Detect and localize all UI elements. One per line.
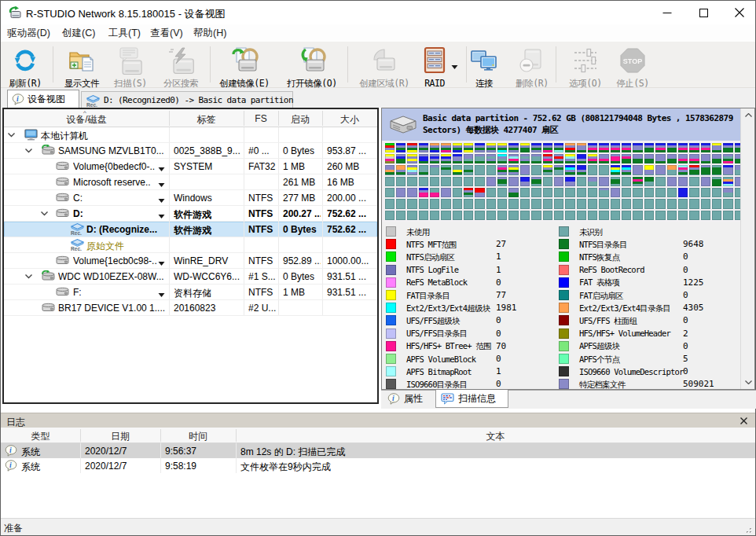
column-separator[interactable] xyxy=(322,111,323,126)
resize-grip[interactable] xyxy=(744,525,752,536)
device-dropdown-arrow[interactable] xyxy=(158,163,165,174)
table-grid-line xyxy=(4,268,377,269)
stop-icon: STOP xyxy=(601,46,664,77)
device-dropdown-arrow[interactable] xyxy=(158,211,165,222)
toolbar-button-create-image[interactable]: 创建镜像(E) xyxy=(213,46,276,90)
toolbar-button-stop[interactable]: STOP 停止(S) xyxy=(601,46,664,90)
menu-item-2[interactable]: 创建(C) xyxy=(62,27,95,40)
menu-item-5[interactable]: 帮助(H) xyxy=(193,27,226,40)
view-tab-label-1: 设备视图 xyxy=(28,93,65,106)
device-row-12[interactable]: BR17 DEVICE V1.00 1....20160823#2 U... xyxy=(4,300,377,316)
toolbar-button-open-image[interactable]: 打开镜像(O) xyxy=(281,46,343,90)
legend-count: 1 xyxy=(496,366,501,376)
log-column-header-2[interactable]: 日期 xyxy=(80,430,160,443)
scan-block xyxy=(464,211,473,220)
tree-expand-chevron-icon[interactable] xyxy=(24,272,34,281)
device-row-1[interactable]: 本地计算机 xyxy=(4,127,377,143)
device-column-header-3[interactable]: FS xyxy=(244,113,278,124)
scan-panel: Basic data partition - 752.62 GB (808121… xyxy=(381,108,755,390)
device-dropdown-arrow[interactable] xyxy=(158,195,165,206)
device-cell-fs: NTFS xyxy=(248,287,277,298)
device-row-10[interactable]: WDC WD10EZEX-08W...WD-WCC6Y6...#1 S...0 … xyxy=(4,269,377,285)
device-dropdown-arrow[interactable] xyxy=(158,179,165,190)
device-row-8[interactable]: Rec. 原始文件 xyxy=(4,237,377,253)
maximize-button[interactable] xyxy=(685,1,721,24)
scan-block xyxy=(385,211,395,220)
legend-label: FAT启动扇区 xyxy=(579,291,622,302)
legend-swatch xyxy=(386,341,396,351)
partition-search-icon xyxy=(149,46,212,77)
scan-block xyxy=(497,177,507,186)
device-column-header-2[interactable]: 标签 xyxy=(169,113,244,127)
device-row-11[interactable]: F:资料存储NTFS1 MB931.51 ... xyxy=(4,285,377,300)
device-row-6[interactable]: D:软件游戏NTFS200.27 ...752.62 ... xyxy=(4,206,377,222)
legend-swatch xyxy=(559,290,569,300)
scan-block xyxy=(644,177,654,186)
column-separator[interactable] xyxy=(244,111,244,126)
device-column-header-1[interactable]: 设备/磁盘 xyxy=(4,113,169,127)
scan-block xyxy=(611,199,620,208)
scan-scrollbar[interactable] xyxy=(740,108,754,389)
device-row-3[interactable]: Volume{0bedecf0-..SYSTEMFAT321 MB260 MB xyxy=(4,159,377,174)
device-row-5[interactable]: C:WindowsNTFS277 MB200.00 ... xyxy=(4,190,377,206)
scan-header: Basic data partition - 752.62 GB (808121… xyxy=(382,108,740,141)
view-tab-1[interactable]: i 设备视图 xyxy=(7,90,79,108)
scan-block xyxy=(565,199,574,208)
legend-item-left-8: UFS/FFS超级块0 xyxy=(386,315,559,326)
disk-icon xyxy=(56,192,69,204)
log-row-2[interactable]: i 系统2020/12/79:58:19文件枚举在9秒内完成 xyxy=(1,458,755,473)
menu-item-3[interactable]: 工具(T) xyxy=(108,27,141,40)
log-column-header-1[interactable]: 类型 xyxy=(1,430,80,443)
device-row-2[interactable]: SAMSUNG MZVLB1T0...0025_388B_9...#0 ...0… xyxy=(4,143,377,159)
scan-block xyxy=(464,143,473,152)
scan-block xyxy=(712,143,721,152)
device-row-7[interactable]: Rec. D: (Recognize...软件游戏NTFS0 Bytes752.… xyxy=(4,222,377,237)
legend-count: 9648 xyxy=(683,239,704,249)
column-separator[interactable] xyxy=(169,111,170,126)
log-column-header-3[interactable]: 时间 xyxy=(160,430,236,443)
legend-label: 未识别 xyxy=(579,227,602,238)
legend-count: 0 xyxy=(683,290,688,300)
device-cell-fs: FAT32 xyxy=(248,161,277,172)
column-separator[interactable] xyxy=(236,429,237,442)
minimize-button[interactable] xyxy=(649,1,685,24)
scan-block xyxy=(419,199,428,208)
disk-icon xyxy=(56,160,69,173)
device-dropdown-arrow[interactable] xyxy=(158,258,165,269)
bottom-tab-1[interactable]: i 属性 xyxy=(383,391,433,406)
scan-block xyxy=(588,154,597,163)
toolbar-button-refresh[interactable]: 刷新(R) xyxy=(0,46,57,90)
scan-block xyxy=(599,143,608,152)
device-column-header-5[interactable]: 大小 xyxy=(322,113,377,127)
column-separator[interactable] xyxy=(278,111,279,126)
scroll-up-arrow[interactable] xyxy=(741,108,755,122)
legend-item-left-4: NTFS LogFile1 xyxy=(386,265,559,276)
legend-item-left-6: FAT目录条目77 xyxy=(386,290,559,301)
log-column-header-4[interactable]: 文本 xyxy=(236,430,755,443)
device-row-4[interactable]: Microsoft reserve..261 MB16 MB xyxy=(4,174,377,190)
toolbar-button-partition-search[interactable]: 分区搜索 xyxy=(149,46,212,90)
tree-expand-chevron-icon[interactable] xyxy=(24,146,34,156)
device-name: Volume{1ecb0c98-.. xyxy=(73,255,165,266)
log-close-button[interactable] xyxy=(738,415,750,428)
view-tab-2[interactable]: Rec. D: (Recognized0) -> Basic data part… xyxy=(81,91,293,108)
column-separator[interactable] xyxy=(160,429,161,442)
scan-block xyxy=(577,188,586,197)
device-cell-label: WinRE_DRV xyxy=(174,255,242,266)
device-row-9[interactable]: Volume{1ecb0c98-..WinRE_DRVNTFS952.89 ..… xyxy=(4,253,377,269)
scroll-down-arrow[interactable] xyxy=(741,376,755,389)
scan-block xyxy=(633,188,642,197)
device-column-header-4[interactable]: 启动 xyxy=(278,113,322,127)
log-cell-text: 文件枚举在9秒内完成 xyxy=(240,461,331,474)
close-button[interactable] xyxy=(721,1,756,24)
log-row-1[interactable]: i 系统2020/12/79:56:378m 12s 的 D: 扫描已完成 xyxy=(1,443,755,458)
device-dropdown-arrow[interactable] xyxy=(158,289,165,300)
bottom-tab-2[interactable]: 扫描信息 xyxy=(435,390,508,408)
tree-expand-chevron-icon[interactable] xyxy=(7,130,17,140)
disk-scanned-icon xyxy=(42,145,55,158)
legend-item-left-5: ReFS MetaBlock0 xyxy=(386,277,559,288)
menu-item-1[interactable]: 驱动器(D) xyxy=(7,27,50,40)
tree-expand-chevron-icon[interactable] xyxy=(40,209,50,218)
menu-item-4[interactable]: 查看(V) xyxy=(150,27,183,40)
column-separator[interactable] xyxy=(80,429,81,442)
